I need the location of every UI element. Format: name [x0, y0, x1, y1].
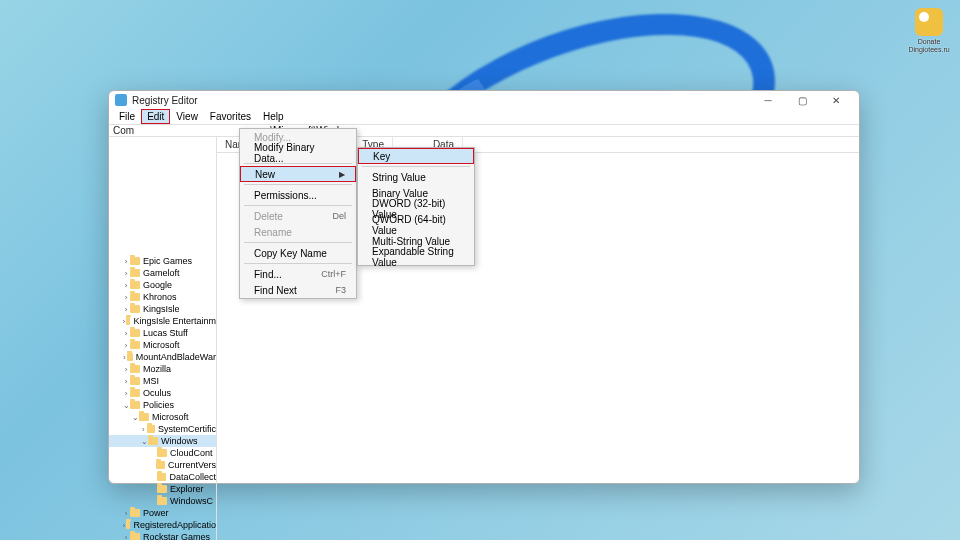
menubar: File Edit View Favorites Help — [109, 109, 859, 125]
expand-icon[interactable]: › — [140, 425, 147, 434]
collapse-icon[interactable]: ⌄ — [131, 413, 139, 422]
tree-node-label: KingsIsle — [143, 304, 180, 314]
tree-node-label: KingsIsle Entertainm — [133, 316, 216, 326]
submenu-item-qword[interactable]: QWORD (64-bit) Value — [358, 217, 474, 233]
expand-icon[interactable]: › — [122, 509, 130, 518]
folder-icon — [157, 497, 167, 505]
folder-icon — [126, 521, 131, 529]
expand-icon[interactable]: › — [122, 533, 130, 541]
folder-icon — [127, 353, 133, 361]
submenu-item-expandable-string[interactable]: Expandable String Value — [358, 249, 474, 265]
tree-node[interactable]: ›RegisteredApplicatio — [109, 519, 216, 531]
tree-node[interactable]: ›KingsIsle Entertainm — [109, 315, 216, 327]
expand-icon[interactable]: › — [122, 389, 130, 398]
folder-icon — [139, 413, 149, 421]
tree-node[interactable]: ›KingsIsle — [109, 303, 216, 315]
close-button[interactable]: ✕ — [819, 91, 853, 109]
menu-file[interactable]: File — [113, 109, 141, 124]
submenu-arrow-icon: ▶ — [339, 170, 345, 179]
tree-node[interactable]: ›Lucas Stuff — [109, 327, 216, 339]
expand-icon[interactable]: › — [122, 365, 130, 374]
menu-item-permissions[interactable]: Permissions... — [240, 187, 356, 203]
folder-icon — [130, 389, 140, 397]
expand-icon[interactable]: › — [122, 377, 130, 386]
menu-edit[interactable]: Edit — [141, 109, 170, 124]
collapse-icon[interactable]: ⌄ — [122, 401, 130, 410]
submenu-item-string[interactable]: String Value — [358, 169, 474, 185]
expand-icon[interactable]: › — [122, 329, 130, 338]
collapse-icon[interactable]: ⌄ — [140, 437, 148, 446]
folder-icon — [126, 317, 131, 325]
tree-node[interactable]: ⌄Microsoft — [109, 411, 216, 423]
tree-node[interactable]: ›MSI — [109, 375, 216, 387]
menu-item-delete: DeleteDel — [240, 208, 356, 224]
address-bar[interactable]: Com \Microsoft\Windows — [109, 125, 859, 137]
expand-icon[interactable]: › — [122, 341, 130, 350]
expand-icon[interactable]: › — [122, 305, 130, 314]
minimize-button[interactable]: ─ — [751, 91, 785, 109]
tree-node[interactable]: CurrentVers — [109, 459, 216, 471]
tree-node[interactable]: ›Google — [109, 279, 216, 291]
expand-icon[interactable]: › — [122, 269, 130, 278]
tree-node[interactable]: WindowsC — [109, 495, 216, 507]
tree-node-label: Microsoft — [143, 340, 180, 350]
folder-icon — [130, 329, 140, 337]
tree-node[interactable]: ›MountAndBladeWar — [109, 351, 216, 363]
expand-icon[interactable]: › — [122, 281, 130, 290]
tree-node[interactable]: CloudCont — [109, 447, 216, 459]
tree-node[interactable]: Explorer — [109, 483, 216, 495]
folder-icon — [147, 425, 155, 433]
tree-node[interactable]: ›Power — [109, 507, 216, 519]
menu-item-modify-binary[interactable]: Modify Binary Data... — [240, 145, 356, 161]
folder-icon — [130, 305, 140, 313]
tree-node-label: SystemCertific — [158, 424, 216, 434]
address-prefix: Com — [113, 125, 134, 136]
menu-item-new[interactable]: New▶ — [240, 166, 356, 182]
tree-node[interactable]: DataCollect — [109, 471, 216, 483]
tree-node-label: Windows — [161, 436, 198, 446]
tree-node-label: Lucas Stuff — [143, 328, 188, 338]
submenu-item-key[interactable]: Key — [358, 148, 474, 164]
tree-node-label: Google — [143, 280, 172, 290]
registry-tree[interactable]: ›Epic Games›Gameloft›Google›Khronos›King… — [109, 137, 217, 540]
tree-node[interactable]: ›Epic Games — [109, 255, 216, 267]
menu-view[interactable]: View — [170, 109, 204, 124]
folder-icon — [157, 449, 167, 457]
folder-icon — [156, 461, 165, 469]
tree-node-label: WindowsC — [170, 496, 213, 506]
tree-node-label: CloudCont — [170, 448, 213, 458]
folder-icon — [157, 473, 167, 481]
tree-node[interactable]: ›SystemCertific — [109, 423, 216, 435]
menu-item-find[interactable]: Find...Ctrl+F — [240, 266, 356, 282]
tree-node-label: Gameloft — [143, 268, 180, 278]
tree-node-label: Epic Games — [143, 256, 192, 266]
expand-icon[interactable]: › — [122, 293, 130, 302]
tree-node[interactable]: ›Gameloft — [109, 267, 216, 279]
new-submenu: Key String Value Binary Value DWORD (32-… — [357, 147, 475, 266]
tree-node[interactable]: ›Oculus — [109, 387, 216, 399]
menu-separator — [362, 166, 470, 167]
content-area: ›Epic Games›Gameloft›Google›Khronos›King… — [109, 137, 859, 540]
menu-separator — [244, 242, 352, 243]
menu-item-copy-key-name[interactable]: Copy Key Name — [240, 245, 356, 261]
folder-icon — [130, 257, 140, 265]
tree-node-label: Power — [143, 508, 169, 518]
menu-help[interactable]: Help — [257, 109, 290, 124]
menu-item-find-next[interactable]: Find NextF3 — [240, 282, 356, 298]
tree-node-label: MountAndBladeWar — [136, 352, 216, 362]
tree-node[interactable]: ›Mozilla — [109, 363, 216, 375]
desktop-shortcut[interactable]: Donate Dingiotees.ru — [908, 8, 950, 53]
expand-icon[interactable]: › — [122, 257, 130, 266]
tree-node-label: Microsoft — [152, 412, 189, 422]
maximize-button[interactable]: ▢ — [785, 91, 819, 109]
tree-node[interactable]: ›Rockstar Games — [109, 531, 216, 540]
tree-node[interactable]: ⌄Policies — [109, 399, 216, 411]
titlebar[interactable]: Registry Editor ─ ▢ ✕ — [109, 91, 859, 109]
tree-node[interactable]: ⌄Windows — [109, 435, 216, 447]
tree-node[interactable]: ›Microsoft — [109, 339, 216, 351]
tree-node-label: RegisteredApplicatio — [133, 520, 216, 530]
menu-favorites[interactable]: Favorites — [204, 109, 257, 124]
tree-node[interactable]: ›Khronos — [109, 291, 216, 303]
registry-editor-window: Registry Editor ─ ▢ ✕ File Edit View Fav… — [108, 90, 860, 484]
folder-icon — [130, 365, 140, 373]
